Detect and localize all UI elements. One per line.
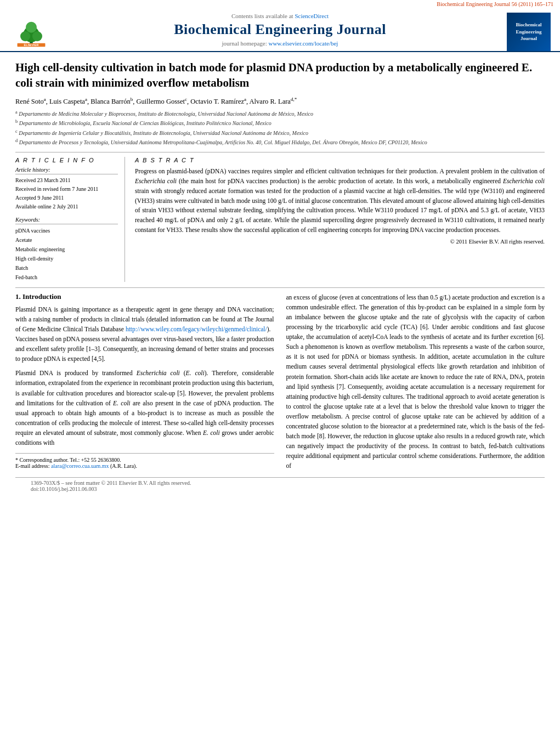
affiliation-c: c Departamento de Ingeniería Celular y B… <box>15 128 545 137</box>
genmed-link[interactable]: http://www.wiley.com/legacy/wileychi/gen… <box>126 326 267 332</box>
main-col-right: an excess of glucose (even at concentrat… <box>286 292 545 475</box>
footer-doi: doi:10.1016/j.bej.2011.06.003 <box>31 486 97 492</box>
article-title-text: High cell-density cultivation in batch m… <box>15 61 532 89</box>
homepage-url[interactable]: www.elsevier.com/locate/bej <box>268 40 338 47</box>
journal-title: Biochemical Engineering Journal <box>56 21 504 38</box>
corresponding-note: * Corresponding author. Tel.: +52 55 263… <box>15 457 274 463</box>
journal-ref-line: Biochemical Engineering Journal 56 (2011… <box>0 0 560 8</box>
abstract-col: A B S T R A C T Progress on plasmid-base… <box>135 157 545 282</box>
keywords-list: pDNA vaccinesAcetateMetabolic engineerin… <box>15 226 118 282</box>
elsevier-tree-icon: ELSEVIER <box>15 20 48 48</box>
science-direct-label: Contents lists available at <box>231 13 293 19</box>
abstract-label: A B S T R A C T <box>135 157 545 163</box>
affiliation-b: b Departamento de Microbiología, Escuela… <box>15 118 545 127</box>
article-title: High cell-density cultivation in batch m… <box>15 60 545 91</box>
svg-point-3 <box>32 31 42 41</box>
intro-para-2: Plasmid DNA is produced by transformed E… <box>15 368 274 447</box>
journal-center: Contents lists available at ScienceDirec… <box>56 13 504 51</box>
footer-issn: 1369-703X/$ – see front matter © 2011 El… <box>31 480 191 486</box>
journal-logo-box: BiochemicalEngineeringJournal <box>507 13 551 51</box>
svg-text:ELSEVIER: ELSEVIER <box>24 43 39 47</box>
email-note: E-mail address: alara@correo.cua.uam.mx … <box>15 463 274 469</box>
received-revised-date: Received in revised form 7 June 2011 <box>15 185 118 194</box>
email-label: E-mail address: <box>15 463 49 469</box>
page: Biochemical Engineering Journal 56 (2011… <box>0 0 560 741</box>
affiliations: a Departamento de Medicina Molecular y B… <box>15 109 545 146</box>
article-body: High cell-density cultivation in batch m… <box>0 52 560 502</box>
article-info-label: A R T I C L E I N F O <box>15 157 118 163</box>
homepage-label: journal homepage: <box>222 40 267 47</box>
article-history-block: Article history: Received 23 March 2011 … <box>15 167 118 211</box>
main-text-section: 1. Introduction Plasmid DNA is gaining i… <box>15 287 545 475</box>
page-footer: 1369-703X/$ – see front matter © 2011 El… <box>15 477 545 494</box>
abstract-text: Progress on plasmid-based (pDNA) vaccine… <box>135 167 545 235</box>
science-direct-line: Contents lists available at ScienceDirec… <box>56 13 504 19</box>
main-col-left: 1. Introduction Plasmid DNA is gaining i… <box>15 292 274 475</box>
svg-point-2 <box>20 31 30 41</box>
accepted-date: Accepted 9 June 2011 <box>15 194 118 202</box>
logo-box-text: BiochemicalEngineeringJournal <box>516 21 541 42</box>
journal-ref-text: Biochemical Engineering Journal 56 (2011… <box>437 1 553 7</box>
journal-header: ELSEVIER Contents lists available at Sci… <box>0 8 560 52</box>
article-info-abstract: A R T I C L E I N F O Article history: R… <box>15 152 545 282</box>
history-title: Article history: <box>15 167 118 174</box>
right-para-1: an excess of glucose (even at concentrat… <box>286 292 545 471</box>
elsevier-logo: ELSEVIER <box>7 13 56 51</box>
received-date: Received 23 March 2011 <box>15 176 118 185</box>
intro-para-1: Plasmid DNA is gaining importance as a t… <box>15 304 274 364</box>
copyright-line: © 2011 Elsevier B.V. All rights reserved… <box>135 239 545 245</box>
available-date: Available online 2 July 2011 <box>15 202 118 211</box>
affiliation-d: d Departamento de Procesos y Tecnología,… <box>15 138 545 146</box>
email-suffix: (A.R. Lara). <box>110 463 137 469</box>
svg-point-4 <box>26 22 37 33</box>
keywords-title: Keywords: <box>15 217 118 224</box>
keywords-block: Keywords: pDNA vaccinesAcetateMetabolic … <box>15 217 118 282</box>
intro-heading: 1. Introduction <box>15 292 274 301</box>
science-direct-link[interactable]: ScienceDirect <box>295 13 329 19</box>
email-link[interactable]: alara@correo.cua.uam.mx <box>51 463 109 469</box>
authors-line: René Sotoa, Luis Caspetaa, Blanca Barrón… <box>15 97 545 106</box>
article-info-col: A R T I C L E I N F O Article history: R… <box>15 157 125 282</box>
affiliation-a: a Departamento de Medicina Molecular y B… <box>15 109 545 118</box>
main-two-col: 1. Introduction Plasmid DNA is gaining i… <box>15 292 545 475</box>
journal-homepage: journal homepage: www.elsevier.com/locat… <box>56 40 504 47</box>
journal-logo-right: BiochemicalEngineeringJournal <box>504 13 553 51</box>
footnote-area: * Corresponding author. Tel.: +52 55 263… <box>15 453 274 469</box>
